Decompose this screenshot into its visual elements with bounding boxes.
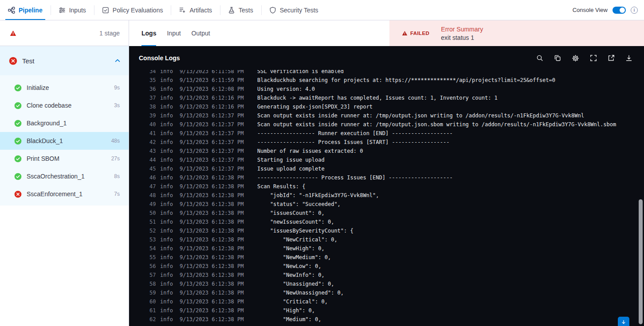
log-message: "NewMedium": 0, [257,253,331,262]
settings-icon[interactable] [572,54,579,62]
log-line-number: 62 [149,315,160,324]
tab-logs[interactable]: Logs [141,20,156,46]
log-timestamp: 9/13/2023 6:12:38 PM [180,191,257,200]
failed-badge-label: FAILED [410,31,429,36]
log-message: SSL verification is enabled [257,70,344,76]
log-line-39: 39info9/13/2023 6:12:37 PMScan output ex… [129,111,644,120]
log-timestamp: 9/13/2023 6:12:38 PM [180,288,257,297]
step-sscaenforcement-1[interactable]: SscaEnforcement_17s [0,185,129,203]
log-line-53: 53info9/13/2023 6:12:38 PM "NewCritical"… [129,235,644,244]
log-line-40: 40info9/13/2023 6:12:37 PMScan output ex… [129,120,644,129]
policy-evaluations-icon [102,7,109,14]
error-summary-text: Error Summary exit status 1 [441,26,483,41]
log-line-44: 44info9/13/2023 6:12:37 PMStarting issue… [129,155,644,164]
main-panel: LogsInputOutput FAILED Error Summary exi… [129,20,644,326]
step-name: SscaOrchestration_1 [27,173,109,180]
log-timestamp: 9/13/2023 6:12:16 PM [180,102,257,111]
log-line-number: 59 [149,288,160,297]
console-scrollbar[interactable] [639,199,643,324]
stage-header-test[interactable]: Test [0,46,129,75]
step-print-sbom[interactable]: Print SBOM27s [0,150,129,167]
tab-artifacts[interactable]: Artifacts [171,0,220,20]
tab-output[interactable]: Output [192,20,210,46]
log-line-38: 38info9/13/2023 6:12:16 PMGenerating spd… [129,102,644,111]
log-level: info [160,76,180,85]
log-timestamp: 9/13/2023 6:12:38 PM [180,235,257,244]
step-clone-codebase[interactable]: Clone codebase3s [0,97,129,114]
log-message: Using version: 4.0 [257,85,315,93]
tab-inputs[interactable]: Inputs [51,0,94,20]
log-line-number: 55 [149,253,160,262]
step-name: BlackDuck_1 [27,137,106,144]
log-line-number: 48 [149,191,160,200]
tab-label: Artifacts [189,7,212,14]
tab-policy-evaluations[interactable]: Policy Evaluations [94,0,171,20]
toggle-knob [620,8,625,13]
log-line-number: 34 [149,70,160,76]
log-level: info [160,209,180,217]
info-icon[interactable]: i [631,7,638,14]
log-timestamp: 9/13/2023 6:12:08 PM [180,85,257,93]
tab-label: Pipeline [19,7,43,14]
log-timestamp: 9/13/2023 6:12:38 PM [180,279,257,288]
inputs-icon [59,7,66,14]
tab-security-tests[interactable]: Security Tests [261,0,326,20]
log-message: "issuesBySeverityCount": { [257,226,353,235]
download-icon[interactable] [625,54,632,62]
step-initialize[interactable]: Initialize9s [0,79,129,97]
log-message: "Critical": 0, [257,297,328,306]
step-list: Initialize9sClone codebase3sBackground_1… [0,75,129,206]
log-line-number: 51 [149,217,160,226]
log-line-42: 42info9/13/2023 6:12:37 PM--------------… [129,138,644,147]
chevron-up-icon[interactable] [114,58,121,64]
copy-icon[interactable] [554,54,561,62]
log-line-51: 51info9/13/2023 6:12:38 PM "newIssuesCou… [129,217,644,226]
log-level: info [160,129,180,138]
step-name: Print SBOM [27,155,106,162]
log-message: ------------------- Process Issues [END]… [257,173,453,182]
log-line-number: 52 [149,226,160,235]
log-message: Scan output exists inside runner at: /tm… [257,120,616,129]
tab-input[interactable]: Input [167,20,181,46]
log-line-number: 54 [149,244,160,253]
step-blackduck-1[interactable]: BlackDuck_148s [0,132,129,150]
log-level: info [160,279,180,288]
detail-tabs: LogsInputOutput [129,20,210,46]
step-sscaorchestration-1[interactable]: SscaOrchestration_18s [0,167,129,185]
search-icon[interactable] [536,54,543,62]
log-timestamp: 9/13/2023 6:12:16 PM [180,93,257,102]
log-message: "Unassigned": 0, [257,279,334,288]
log-line-number: 57 [149,271,160,279]
check-circle-icon [14,120,22,127]
tab-pipeline[interactable]: Pipeline [0,0,51,20]
fullscreen-icon[interactable] [590,54,597,62]
console-view-toggle[interactable] [613,7,626,14]
log-timestamp: 9/13/2023 6:12:38 PM [180,217,257,226]
log-level: info [160,102,180,111]
open-in-new-icon[interactable] [608,54,615,62]
log-line-number: 46 [149,173,160,182]
log-message: Scan output exists inside runner at: /tm… [257,111,584,120]
log-level: info [160,200,180,209]
log-timestamp: 9/13/2023 6:11:59 PM [180,76,257,85]
log-timestamp: 9/13/2023 6:12:38 PM [180,209,257,217]
log-timestamp: 9/13/2023 6:12:38 PM [180,297,257,306]
tab-tests[interactable]: Tests [220,0,261,20]
step-name: SscaEnforcement_1 [27,190,109,198]
log-timestamp: 9/13/2023 6:12:37 PM [180,164,257,173]
log-timestamp: 9/13/2023 6:12:37 PM [180,155,257,164]
log-level: info [160,191,180,200]
log-line-45: 45info9/13/2023 6:12:37 PMIssue upload c… [129,164,644,173]
tests-icon [228,7,235,14]
check-circle-icon [14,84,22,92]
log-line-number: 36 [149,85,160,93]
step-background-1[interactable]: Background_1 [0,114,129,132]
step-duration: 48s [111,138,120,144]
log-viewport[interactable]: 34info9/13/2023 6:11:58 PMSSL verificati… [129,70,644,326]
log-level: info [160,217,180,226]
scroll-to-bottom-button[interactable] [618,317,629,326]
console-panel: Console Logs 34info9/13/2023 6:11:58 PMS… [129,46,644,326]
log-line-number: 44 [149,155,160,164]
log-line-number: 50 [149,209,160,217]
log-timestamp: 9/13/2023 6:12:38 PM [180,244,257,253]
